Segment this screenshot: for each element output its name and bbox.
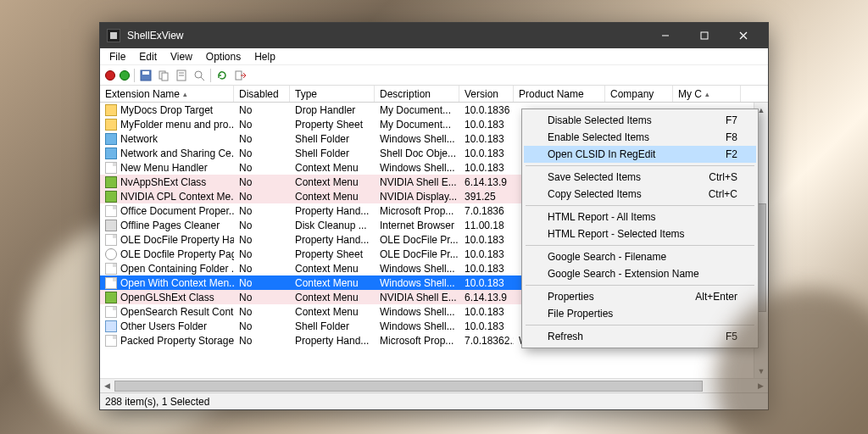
cell: Property Sheet — [290, 119, 375, 131]
col-disabled[interactable]: Disabled — [234, 86, 290, 102]
cell: 10.0.183 — [459, 119, 514, 131]
menu-item-label: Open CLSID In RegEdit — [548, 148, 655, 160]
cell: NvAppShExt Class — [100, 176, 234, 188]
close-button[interactable] — [724, 23, 763, 48]
svg-line-13 — [201, 77, 204, 81]
scroll-right-icon[interactable]: ▶ — [754, 379, 768, 393]
cell: No — [234, 220, 290, 231]
col-type[interactable]: Type — [290, 86, 375, 102]
cell: No — [234, 119, 290, 131]
col-company[interactable]: Company — [605, 86, 673, 102]
cell: NVIDIA Shell E... — [375, 292, 459, 303]
disk-icon — [105, 220, 117, 231]
context-menu-item[interactable]: PropertiesAlt+Enter — [524, 288, 756, 305]
cell: 10.0.1836 — [459, 104, 514, 116]
svg-rect-14 — [236, 71, 242, 80]
cell: New Menu Handler — [100, 162, 234, 174]
menu-file[interactable]: File — [103, 50, 131, 64]
cell: Context Menu — [290, 277, 375, 289]
col-product[interactable]: Product Name — [514, 86, 605, 102]
scroll-down-icon[interactable]: ▼ — [754, 364, 768, 378]
copy-icon[interactable] — [157, 69, 170, 82]
cell: Drop Handler — [290, 104, 375, 116]
maximize-button[interactable] — [685, 23, 724, 48]
cell: My Document... — [375, 104, 459, 116]
context-menu-item[interactable]: HTML Report - All Items — [524, 209, 756, 225]
context-menu-item[interactable]: Copy Selected ItemsCtrl+C — [524, 186, 756, 203]
context-menu-item[interactable]: Google Search - Extension Name — [524, 265, 756, 282]
cell: 7.0.1836 — [459, 205, 514, 217]
cell: Context Menu — [290, 263, 375, 275]
cell: Offline Pages Cleaner — [100, 220, 234, 231]
cell: OLE Docfile Property Page — [100, 248, 234, 260]
menu-item-label: Properties — [548, 291, 594, 303]
context-menu-item[interactable]: Enable Selected ItemsF8 — [524, 129, 756, 146]
cell: Context Menu — [290, 162, 375, 174]
cell: MyDocs Drop Target — [100, 104, 234, 116]
cell: 11.00.18 — [459, 220, 514, 231]
refresh-icon[interactable] — [215, 69, 229, 82]
enable-dot-icon[interactable] — [120, 70, 130, 81]
toolbar-separator — [210, 69, 211, 82]
context-menu-item[interactable]: Google Search - Filename — [524, 248, 756, 265]
cell: Internet Browser — [375, 220, 459, 231]
cell: Context Menu — [290, 292, 375, 303]
statusbar: 288 item(s), 1 Selected — [100, 392, 768, 409]
menu-item-shortcut: Ctrl+C — [709, 188, 737, 200]
sort-asc-icon: ▴ — [705, 90, 709, 98]
toolbar — [100, 65, 768, 86]
menu-item-shortcut: F5 — [726, 331, 737, 342]
cell: Context Menu — [290, 306, 375, 318]
col-description[interactable]: Description — [375, 86, 459, 102]
doc-icon — [105, 162, 117, 174]
context-menu[interactable]: Disable Selected ItemsF7Enable Selected … — [521, 108, 759, 348]
menu-item-label: HTML Report - All Items — [548, 211, 656, 223]
context-menu-item[interactable]: RefreshF5 — [524, 328, 756, 345]
cell: Shell Folder — [290, 320, 375, 332]
properties-icon[interactable] — [175, 69, 188, 82]
menu-help[interactable]: Help — [248, 50, 281, 64]
col-version[interactable]: Version — [459, 86, 514, 102]
scroll-thumb[interactable] — [114, 381, 703, 392]
menu-item-shortcut: F7 — [726, 114, 737, 126]
context-menu-item[interactable]: Save Selected ItemsCtrl+S — [524, 169, 756, 186]
menu-edit[interactable]: Edit — [133, 50, 163, 64]
cell: 7.0.18362.1 (Wi... — [459, 335, 514, 347]
menu-options[interactable]: Options — [200, 50, 247, 64]
context-menu-item[interactable]: File Properties — [524, 305, 756, 322]
menu-separator — [526, 205, 754, 206]
menu-view[interactable]: View — [164, 50, 198, 64]
find-icon[interactable] — [192, 69, 206, 82]
cell: Shell Folder — [290, 147, 375, 159]
cell: Windows Shell... — [375, 306, 459, 318]
cell: Open With Context Men... — [100, 277, 234, 289]
doc-icon — [105, 335, 117, 347]
disable-dot-icon[interactable] — [105, 70, 115, 81]
col-myc[interactable]: My C▴ — [673, 86, 741, 102]
context-menu-item[interactable]: Open CLSID In RegEditF2 — [524, 146, 756, 163]
horizontal-scrollbar[interactable]: ◀ ▶ — [100, 378, 768, 392]
context-menu-item[interactable]: HTML Report - Selected Items — [524, 225, 756, 242]
svg-rect-2 — [701, 32, 708, 39]
cell: No — [234, 162, 290, 174]
scroll-left-icon[interactable]: ◀ — [100, 379, 114, 393]
minimize-button[interactable] — [646, 23, 685, 48]
menu-item-label: HTML Report - Selected Items — [548, 228, 685, 240]
menu-item-label: Refresh — [548, 331, 583, 342]
cell: Windows Shell... — [375, 263, 459, 275]
exit-icon[interactable] — [233, 69, 247, 82]
nv-icon — [105, 191, 117, 203]
menu-item-label: Google Search - Extension Name — [548, 268, 699, 280]
cell: NVIDIA Shell E... — [375, 176, 459, 188]
context-menu-item[interactable]: Disable Selected ItemsF7 — [524, 112, 756, 129]
titlebar[interactable]: ShellExView — [100, 23, 768, 48]
cell: No — [234, 133, 290, 145]
cell: 10.0.183 — [459, 162, 514, 174]
save-icon[interactable] — [139, 69, 153, 82]
cell: No — [234, 292, 290, 303]
cell: Shell Doc Obje... — [375, 147, 459, 159]
menu-item-label: Save Selected Items — [548, 171, 641, 183]
col-extension-name[interactable]: Extension Name▴ — [100, 86, 234, 102]
menu-separator — [526, 165, 754, 166]
cell: Packed Property Storage... — [100, 335, 234, 347]
